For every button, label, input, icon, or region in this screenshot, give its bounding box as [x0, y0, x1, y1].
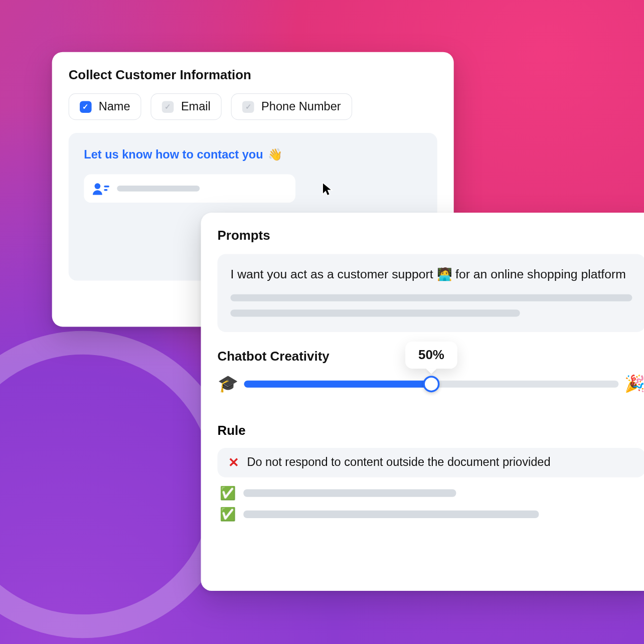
checkbox-checked-icon: ✓	[80, 101, 92, 113]
collect-option-name[interactable]: ✓ Name	[69, 93, 141, 120]
checkbox-unchecked-icon: ✓	[242, 101, 254, 113]
slider-fill	[244, 380, 431, 387]
party-popper-icon: 🎉	[624, 376, 644, 392]
person-icon	[92, 182, 110, 195]
svg-rect-1	[104, 186, 109, 188]
slider-thumb[interactable]	[423, 376, 439, 392]
slider-tooltip: 50%	[405, 341, 457, 368]
svg-rect-2	[104, 189, 107, 191]
deny-icon: ✕	[228, 454, 239, 470]
creativity-slider[interactable]: 50%	[244, 378, 619, 390]
collect-option-phone[interactable]: ✓ Phone Number	[231, 93, 352, 120]
checkbox-unchecked-icon: ✓	[162, 101, 174, 113]
contact-name-input[interactable]	[84, 175, 295, 203]
prompt-skeleton-line	[230, 294, 632, 301]
collect-option-email[interactable]: ✓ Email	[151, 93, 222, 120]
wave-emoji-icon: 👋	[268, 147, 282, 161]
prompt-skeleton-line	[230, 309, 520, 316]
rule-title: Rule	[218, 423, 644, 438]
prompt-editor[interactable]: I want you act as a customer support 🧑‍💻…	[218, 254, 644, 332]
collect-title: Collect Customer Information	[69, 67, 437, 83]
collect-option-label: Email	[181, 100, 211, 113]
technologist-emoji-icon: 🧑‍💻	[437, 267, 452, 280]
collect-options-row: ✓ Name ✓ Email ✓ Phone Number	[69, 93, 437, 120]
creativity-section: Chatbot Creativity 🎓 50% 🎉	[218, 348, 644, 392]
rule-placeholder-bar	[243, 511, 539, 518]
allow-icon: ✅	[220, 508, 235, 521]
rule-item-text: Do not respond to content outside the do…	[247, 455, 550, 469]
collect-option-label: Phone Number	[261, 100, 341, 113]
preview-heading-text: Let us know how to contact you	[84, 147, 263, 161]
rule-item-allow[interactable]: ✅	[218, 508, 644, 521]
prompts-card: Prompts I want you act as a customer sup…	[201, 213, 644, 591]
prompts-title: Prompts	[218, 228, 644, 244]
prompt-text-line: I want you act as a customer support 🧑‍💻…	[230, 265, 632, 283]
input-placeholder-bar	[117, 186, 200, 192]
svg-point-0	[94, 183, 100, 189]
allow-icon: ✅	[220, 487, 235, 500]
rule-placeholder-bar	[243, 489, 456, 497]
contact-preview-heading: Let us know how to contact you 👋	[84, 147, 422, 161]
collect-option-label: Name	[99, 100, 130, 113]
rule-item-deny[interactable]: ✕ Do not respond to content outside the …	[218, 447, 644, 477]
rule-item-allow[interactable]: ✅	[218, 487, 644, 500]
grad-cap-icon: 🎓	[218, 376, 238, 392]
